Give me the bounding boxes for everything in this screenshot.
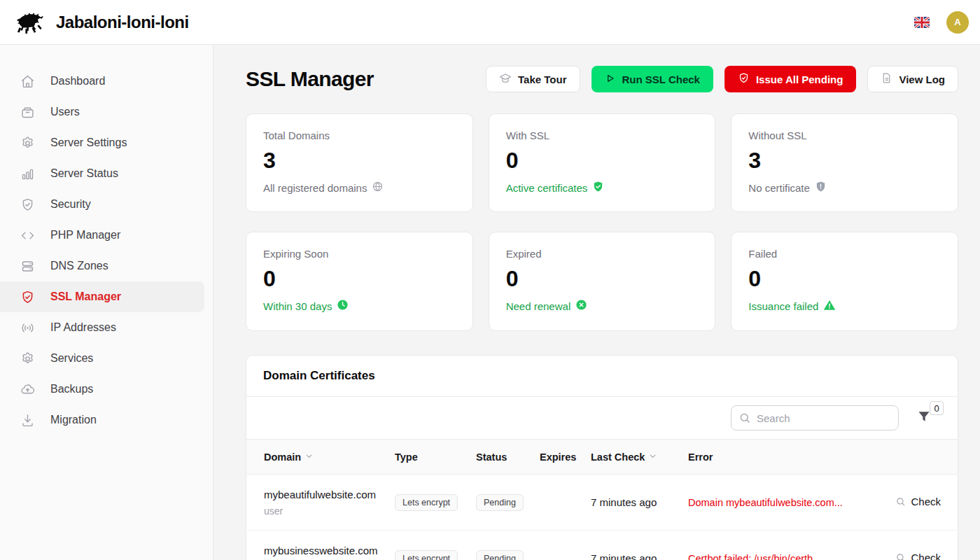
check-button[interactable]: Check (895, 552, 941, 560)
card-footer-text: Need renewal (506, 300, 571, 312)
card-label: Without SSL (748, 130, 941, 141)
column-header-status[interactable]: Status (476, 440, 540, 475)
filter-button[interactable]: 0 (917, 410, 932, 426)
chevron-down-icon (648, 451, 657, 463)
search-icon (895, 552, 906, 560)
x-circle-icon (575, 299, 587, 313)
column-header-actions (884, 440, 958, 475)
card-footer-text: Within 30 days (263, 300, 332, 312)
card-value: 3 (263, 148, 456, 174)
status-badge: Pending (476, 550, 524, 560)
sidebar-item-services[interactable]: Services (0, 343, 204, 374)
clock-icon (337, 299, 349, 313)
type-badge: Lets encrypt (395, 494, 458, 511)
table-row: mybusinesswebsite.com user Lets encrypt … (246, 531, 958, 560)
graduation-cap-icon (499, 72, 512, 87)
bar-chart-icon (20, 166, 35, 181)
card-value: 0 (748, 266, 941, 292)
language-flag-uk-icon[interactable] (914, 17, 930, 28)
check-label: Check (911, 552, 941, 560)
shield-check-icon (20, 197, 35, 212)
card-footer-text: Issuance failed (748, 300, 818, 312)
domain-owner: user (264, 505, 395, 517)
view-log-label: View Log (899, 74, 945, 85)
sidebar-item-backups[interactable]: Backups (0, 374, 204, 405)
chevron-down-icon (304, 451, 314, 463)
column-header-expires[interactable]: Expires (540, 440, 591, 475)
column-header-error[interactable]: Error (688, 440, 884, 475)
card-label: Total Domains (263, 130, 456, 141)
server-stack-icon (20, 258, 35, 274)
sidebar-item-label: Backups (50, 383, 93, 396)
domain-name: mybeautifulwebsite.com (264, 489, 395, 500)
search-box (731, 405, 899, 430)
sidebar-item-label: DNS Zones (50, 260, 108, 272)
check-button[interactable]: Check (895, 496, 941, 507)
sidebar-item-server-status[interactable]: Server Status (0, 158, 204, 189)
issue-all-pending-button[interactable]: Issue All Pending (724, 66, 856, 92)
sidebar-item-ip-addresses[interactable]: IP Addresses (0, 312, 204, 343)
column-header-last-check[interactable]: Last Check (591, 440, 688, 475)
check-label: Check (911, 496, 941, 507)
home-icon (20, 74, 35, 89)
card-value: 3 (748, 148, 941, 174)
sidebar-item-dns-zones[interactable]: DNS Zones (0, 251, 204, 281)
status-badge: Pending (476, 494, 524, 511)
issue-all-pending-label: Issue All Pending (756, 74, 843, 85)
filter-funnel-icon (917, 410, 931, 426)
domain-certificates-panel: Domain Certificates 0 (246, 355, 958, 560)
sidebar-item-dashboard[interactable]: Dashboard (0, 66, 204, 97)
error-message: Certbot failed: /usr/bin/certb... (688, 553, 877, 560)
sidebar-item-label: Server Status (50, 167, 118, 180)
sidebar: Dashboard Users Server Settings Server S… (0, 45, 214, 560)
column-header-domain[interactable]: Domain (246, 440, 395, 475)
card-label: Expiring Soon (263, 248, 456, 260)
card-value: 0 (506, 148, 699, 174)
certificates-table: Domain Type Status Expires Last Check (246, 439, 958, 560)
domain-name: mybusinesswebsite.com (264, 545, 395, 556)
view-log-button[interactable]: View Log (867, 66, 958, 92)
brand: Jabaloni-loni-loni (13, 10, 189, 34)
stat-cards: Total Domains 3 All registered domains W… (246, 113, 958, 331)
app-title: Jabaloni-loni-loni (56, 13, 189, 32)
stat-card-expiring-soon: Expiring Soon 0 Within 30 days (246, 232, 473, 331)
filter-count-badge: 0 (930, 401, 944, 415)
play-icon (605, 73, 616, 86)
last-check-value: 7 minutes ago (591, 496, 657, 508)
sidebar-item-label: Services (50, 352, 93, 365)
table-header-row: Domain Type Status Expires Last Check (246, 440, 958, 475)
sidebar-item-security[interactable]: Security (0, 189, 204, 220)
shield-check-icon (20, 289, 35, 304)
main-content: SSL Manager Take Tour Run SSL Check (214, 45, 980, 560)
run-ssl-check-button[interactable]: Run SSL Check (592, 66, 713, 92)
card-label: With SSL (506, 130, 699, 141)
sidebar-item-label: Dashboard (50, 75, 105, 88)
sidebar-item-users[interactable]: Users (0, 97, 204, 127)
column-header-type[interactable]: Type (395, 440, 476, 475)
user-avatar[interactable]: A (946, 11, 969, 34)
take-tour-button[interactable]: Take Tour (486, 66, 580, 92)
type-badge: Lets encrypt (395, 550, 458, 560)
gear-icon (20, 135, 35, 150)
sidebar-item-php-manager[interactable]: PHP Manager (0, 220, 204, 251)
sidebar-item-server-settings[interactable]: Server Settings (0, 127, 204, 158)
sidebar-item-migration[interactable]: Migration (0, 405, 204, 435)
sidebar-item-label: Security (50, 198, 91, 211)
sidebar-item-label: PHP Manager (50, 229, 120, 241)
take-tour-label: Take Tour (518, 74, 566, 85)
search-input[interactable] (731, 405, 899, 430)
sidebar-item-label: Users (50, 106, 80, 118)
page-title: SSL Manager (246, 67, 374, 91)
cloud-upload-icon (20, 382, 35, 397)
certificates-toolbar: 0 (246, 397, 958, 439)
card-label: Failed (748, 248, 941, 260)
boar-logo-icon (13, 10, 43, 34)
broadcast-icon (20, 320, 35, 335)
sidebar-item-label: IP Addresses (50, 321, 116, 334)
stat-card-with-ssl: With SSL 0 Active certificates (489, 113, 716, 212)
table-row: mybeautifulwebsite.com user Lets encrypt… (246, 475, 958, 531)
card-footer-text: All registered domains (263, 182, 367, 194)
topbar: Jabaloni-loni-loni A (0, 0, 980, 45)
error-message: Domain mybeautifulwebsite.com... (688, 497, 877, 508)
sidebar-item-ssl-manager[interactable]: SSL Manager (0, 281, 204, 312)
